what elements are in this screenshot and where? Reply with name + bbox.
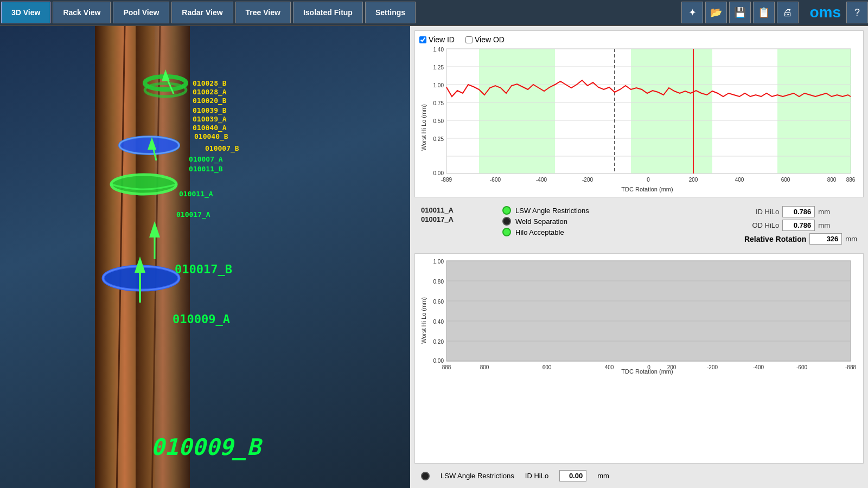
svg-text:-200: -200 xyxy=(707,364,718,370)
svg-text:200: 200 xyxy=(689,177,698,183)
chart1-svg: Worst Hi Lo (mm) xyxy=(419,46,859,192)
svg-text:1.00: 1.00 xyxy=(433,259,444,265)
label-010028A: 010028_A xyxy=(193,88,227,96)
legend-items: LSW Angle Restrictions Weld Separation H… xyxy=(502,206,736,236)
fitup-name-1: 010011_A xyxy=(421,206,486,214)
rel-rotation-row: Relative Rotation 326 mm xyxy=(736,233,857,245)
rel-rotation-unit: mm xyxy=(845,235,857,243)
bottom-id-hilo-value: 0.00 xyxy=(559,470,586,481)
open-icon[interactable]: 📂 xyxy=(705,2,727,23)
tab-settings[interactable]: Settings xyxy=(365,2,416,23)
bottom-metrics: LSW Angle Restrictions ID HiLo 0.00 mm xyxy=(414,468,864,484)
bottom-id-hilo-unit: mm xyxy=(597,472,609,480)
view-od-label: View OD xyxy=(475,35,505,44)
od-hilo-value: 0.786 xyxy=(782,220,815,231)
tab-rack-view[interactable]: Rack View xyxy=(53,2,111,23)
id-hilo-value: 0.786 xyxy=(782,206,815,217)
new-icon[interactable]: ✦ xyxy=(681,2,703,23)
tab-3d-view[interactable]: 3D View xyxy=(1,2,50,23)
label-010020B: 010020_B xyxy=(193,97,227,105)
label-010039A: 010039_A xyxy=(193,115,227,123)
toolbar-icons: ✦ 📂 💾 📋 🖨 xyxy=(681,2,799,23)
view-od-checkbox[interactable] xyxy=(465,36,473,43)
svg-text:1.40: 1.40 xyxy=(433,47,444,53)
svg-text:-400: -400 xyxy=(536,177,547,183)
tab-isolated-fitup[interactable]: Isolated Fitup xyxy=(293,2,363,23)
svg-text:-600: -600 xyxy=(796,364,807,370)
oms-logo: oms xyxy=(809,4,841,21)
svg-text:888: 888 xyxy=(442,364,451,370)
svg-text:TDC Rotation (mm): TDC Rotation (mm) xyxy=(621,186,673,192)
print-icon[interactable]: 🖨 xyxy=(777,2,799,23)
bottom-lsw-dot xyxy=(421,472,430,480)
view-id-label: View ID xyxy=(429,35,455,44)
view-3d[interactable]: 010028_B 010028_A 010020_B 010039_B 0100… xyxy=(0,26,410,488)
hilo-dot xyxy=(502,228,511,236)
svg-text:0.50: 0.50 xyxy=(433,118,444,124)
tab-radar-view[interactable]: Radar View xyxy=(171,2,233,23)
bottom-lsw-label: LSW Angle Restrictions xyxy=(441,472,514,480)
id-hilo-unit: mm xyxy=(818,208,830,216)
svg-rect-25 xyxy=(777,49,851,174)
main-layout: 010028_B 010028_A 010020_B 010039_B 0100… xyxy=(0,26,868,488)
label-010040B: 010040_B xyxy=(194,132,228,140)
label-010028B: 010028_B xyxy=(193,79,227,87)
chart1-container: View ID View OD Worst Hi Lo (mm) xyxy=(414,30,864,197)
view-id-checkbox[interactable] xyxy=(419,36,426,43)
tab-pool-view[interactable]: Pool View xyxy=(113,2,169,23)
svg-rect-55 xyxy=(446,261,851,361)
od-hilo-row: OD HiLo 0.786 mm xyxy=(736,220,857,231)
hilo-label: Hilo Acceptable xyxy=(515,228,564,236)
tab-tree-view[interactable]: Tree View xyxy=(235,2,291,23)
chart1-header: View ID View OD xyxy=(419,35,859,44)
metrics-row: 010011_A 010017_A LSW Angle Restrictions… xyxy=(414,202,864,249)
label-010009A: 010009_A xyxy=(173,312,230,326)
svg-text:-200: -200 xyxy=(582,177,593,183)
id-hilo-row: ID HiLo 0.786 mm xyxy=(736,206,857,217)
svg-text:0.20: 0.20 xyxy=(433,339,444,345)
legend-lsw: LSW Angle Restrictions xyxy=(502,206,736,215)
svg-text:1.00: 1.00 xyxy=(433,82,444,88)
view-id-checkbox-group[interactable]: View ID xyxy=(419,35,455,44)
lsw-label: LSW Angle Restrictions xyxy=(515,207,589,215)
od-hilo-label: OD HiLo xyxy=(736,221,779,229)
chart1-y-axis-label: Worst Hi Lo (mm) xyxy=(420,104,427,151)
svg-text:0.25: 0.25 xyxy=(433,136,444,142)
svg-text:1.25: 1.25 xyxy=(433,65,444,70)
chart2-container: Worst Hi Lo (mm) 1.00 0.80 0.60 0.40 xyxy=(414,253,864,464)
svg-text:Worst Hi Lo (mm): Worst Hi Lo (mm) xyxy=(420,297,427,344)
svg-rect-23 xyxy=(479,49,555,174)
save-icon[interactable]: 💾 xyxy=(729,2,751,23)
weld-sep-dot xyxy=(502,217,511,226)
svg-text:600: 600 xyxy=(542,364,552,370)
svg-text:-600: -600 xyxy=(490,177,501,183)
svg-point-11 xyxy=(111,175,176,194)
label-010007B: 010007_B xyxy=(205,144,239,152)
svg-text:0.00: 0.00 xyxy=(433,358,444,364)
label-010009B: 010009_B xyxy=(151,434,260,460)
rel-rotation-value: 326 xyxy=(809,233,842,245)
svg-text:886: 886 xyxy=(846,177,856,183)
label-010040A: 010040_A xyxy=(193,124,227,132)
id-hilo-label: ID HiLo xyxy=(736,208,779,216)
legend-hilo: Hilo Acceptable xyxy=(502,228,736,236)
label-010011A: 010011_A xyxy=(179,190,213,198)
svg-text:400: 400 xyxy=(735,177,744,183)
svg-text:600: 600 xyxy=(781,177,790,183)
fitup-name-2: 010017_A xyxy=(421,215,486,223)
svg-text:TDC Rotation (mm): TDC Rotation (mm) xyxy=(621,368,673,375)
help-icon[interactable]: ? xyxy=(846,2,868,23)
svg-text:-888: -888 xyxy=(845,364,856,370)
od-hilo-unit: mm xyxy=(818,221,830,229)
export-icon[interactable]: 📋 xyxy=(753,2,775,23)
svg-text:0.80: 0.80 xyxy=(433,279,444,285)
label-010007A: 010007_A xyxy=(189,155,223,163)
label-010039B: 010039_B xyxy=(193,106,227,114)
svg-text:800: 800 xyxy=(480,364,489,370)
svg-text:0.60: 0.60 xyxy=(433,299,444,305)
view-od-checkbox-group[interactable]: View OD xyxy=(465,35,505,44)
svg-text:-400: -400 xyxy=(753,364,764,370)
svg-rect-24 xyxy=(631,49,712,174)
right-panel: View ID View OD Worst Hi Lo (mm) xyxy=(410,26,868,488)
svg-text:0.40: 0.40 xyxy=(433,319,444,325)
